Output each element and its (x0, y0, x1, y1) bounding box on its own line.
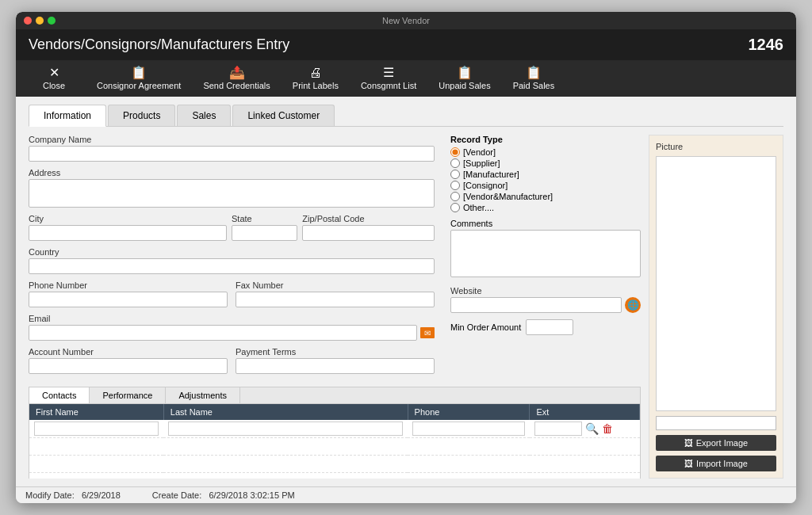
send-credentials-btn[interactable]: 📤 Send Credentials (192, 63, 281, 93)
email-icon[interactable]: ✉ (420, 327, 435, 338)
form-section: Company Name Address City (29, 135, 641, 479)
table-row (29, 473, 640, 479)
status-bar: Modify Date: 6/29/2018 Create Date: 6/29… (16, 486, 796, 503)
radio-manufacturer[interactable]: [Manufacturer] (450, 170, 641, 179)
email-row: ✉ (29, 325, 435, 341)
form-columns: Company Name Address City (29, 135, 641, 380)
radio-other-label: Other.... (463, 203, 494, 212)
tab-sales[interactable]: Sales (177, 105, 231, 126)
account-number-group: Account Number (29, 347, 228, 374)
send-icon: 📤 (229, 67, 245, 79)
radio-supplier[interactable]: [Supplier] (450, 158, 641, 168)
website-label: Website (450, 286, 641, 296)
print-label: Print Labels (293, 81, 339, 90)
bottom-tab-bar: Contacts Performance Adjustments (29, 387, 640, 404)
empty-cell-5 (29, 456, 163, 473)
radio-supplier-input[interactable] (450, 158, 460, 168)
export-image-btn[interactable]: 🖼 Export Image (656, 435, 776, 451)
fax-group: Fax Number (236, 280, 435, 307)
radio-vendor[interactable]: [Vendor] (450, 147, 641, 157)
print-labels-btn[interactable]: 🖨 Print Labels (282, 63, 350, 93)
contact-phone-input[interactable] (412, 422, 525, 436)
city-state-zip-row: City State Zip/Postal Code (29, 214, 435, 241)
min-order-input[interactable] (526, 319, 573, 335)
account-number-input[interactable] (29, 358, 228, 374)
phone-input[interactable] (29, 292, 228, 307)
action-cell: 🔍 🗑 (534, 422, 635, 436)
address-input[interactable] (29, 179, 435, 208)
company-name-input[interactable] (29, 146, 435, 162)
close-toolbar-btn[interactable]: ✕ Close (22, 63, 86, 93)
content-area: Information Products Sales Linked Custom… (16, 97, 796, 486)
website-input[interactable] (450, 297, 622, 313)
radio-manufacturer-input[interactable] (450, 170, 460, 179)
window-title: New Vendor (382, 16, 430, 25)
tab-adjustments[interactable]: Adjustments (166, 387, 240, 403)
contact-first-name-cell (29, 420, 163, 438)
maximize-button[interactable] (48, 17, 56, 25)
phone-group: Phone Number (29, 280, 228, 307)
paid-sales-btn[interactable]: 📋 Paid Sales (502, 63, 566, 93)
consignor-agreement-btn[interactable]: 📋 Consignor Agreement (86, 63, 192, 93)
email-input[interactable] (29, 325, 417, 341)
company-name-label: Company Name (29, 135, 435, 144)
radio-vendor-manufacturer[interactable]: [Vendor&Manufacturer] (450, 192, 641, 201)
contact-ext-input[interactable] (534, 422, 582, 436)
contact-last-name-cell (163, 420, 408, 438)
payment-terms-group: Payment Terms (236, 347, 435, 374)
tab-linked-customer[interactable]: Linked Customer (232, 105, 335, 126)
radio-vendor-manufacturer-input[interactable] (450, 192, 460, 201)
radio-vendor-manufacturer-label: [Vendor&Manufacturer] (463, 192, 553, 201)
payment-terms-input[interactable] (236, 358, 435, 374)
agreement-label: Consignor Agreement (97, 81, 181, 90)
create-date-label: Create Date: (152, 490, 201, 500)
main-form: Company Name Address City (29, 135, 783, 479)
address-group: Address (29, 168, 435, 208)
contact-ext-cell: 🔍 🗑 (530, 420, 640, 438)
paid-label: Paid Sales (513, 81, 555, 90)
country-group: Country (29, 247, 435, 274)
country-input[interactable] (29, 258, 435, 274)
tab-products[interactable]: Products (108, 105, 175, 126)
tab-information[interactable]: Information (29, 105, 106, 127)
print-icon: 🖨 (309, 67, 322, 79)
import-image-btn[interactable]: 🖼 Import Image (656, 456, 776, 471)
contact-search-btn[interactable]: 🔍 (585, 422, 599, 435)
globe-icon[interactable]: 🌐 (625, 297, 641, 313)
radio-other-input[interactable] (450, 203, 460, 212)
close-icon: ✕ (49, 67, 59, 79)
empty-cell-7 (408, 456, 530, 473)
state-input[interactable] (232, 225, 297, 241)
toolbar: ✕ Close 📋 Consignor Agreement 📤 Send Cre… (16, 60, 796, 97)
radio-consignor-label: [Consignor] (463, 181, 508, 190)
radio-vendor-label: [Vendor] (463, 147, 496, 157)
phone-label: Phone Number (29, 280, 228, 290)
unpaid-sales-btn[interactable]: 📋 Unpaid Sales (427, 63, 501, 93)
picture-filename-input[interactable] (656, 416, 776, 430)
contact-first-name-input[interactable] (34, 422, 159, 436)
radio-consignor-input[interactable] (450, 181, 460, 190)
zip-input[interactable] (302, 225, 435, 241)
minimize-button[interactable] (36, 17, 44, 25)
radio-other[interactable]: Other.... (450, 203, 641, 212)
picture-label: Picture (656, 142, 776, 151)
contact-last-name-input[interactable] (168, 422, 403, 436)
radio-supplier-label: [Supplier] (463, 158, 500, 168)
contact-phone-cell (408, 420, 530, 438)
tab-contacts[interactable]: Contacts (29, 387, 90, 403)
radio-vendor-input[interactable] (450, 147, 460, 157)
import-label: Import Image (696, 459, 748, 468)
empty-cell-4 (530, 438, 640, 456)
close-button[interactable] (24, 17, 32, 25)
consignment-list-btn[interactable]: ☰ Consgmnt List (350, 63, 427, 93)
contact-delete-btn[interactable]: 🗑 (602, 422, 613, 435)
city-input[interactable] (29, 225, 227, 241)
tab-performance[interactable]: Performance (90, 387, 166, 403)
fax-input[interactable] (236, 292, 435, 307)
close-label: Close (43, 81, 65, 90)
comments-input[interactable] (450, 230, 641, 277)
send-label: Send Credentials (203, 81, 270, 90)
payment-terms-label: Payment Terms (236, 347, 435, 357)
app-title: Vendors/Consignors/Manufacturers Entry (29, 36, 289, 53)
radio-consignor[interactable]: [Consignor] (450, 181, 641, 190)
